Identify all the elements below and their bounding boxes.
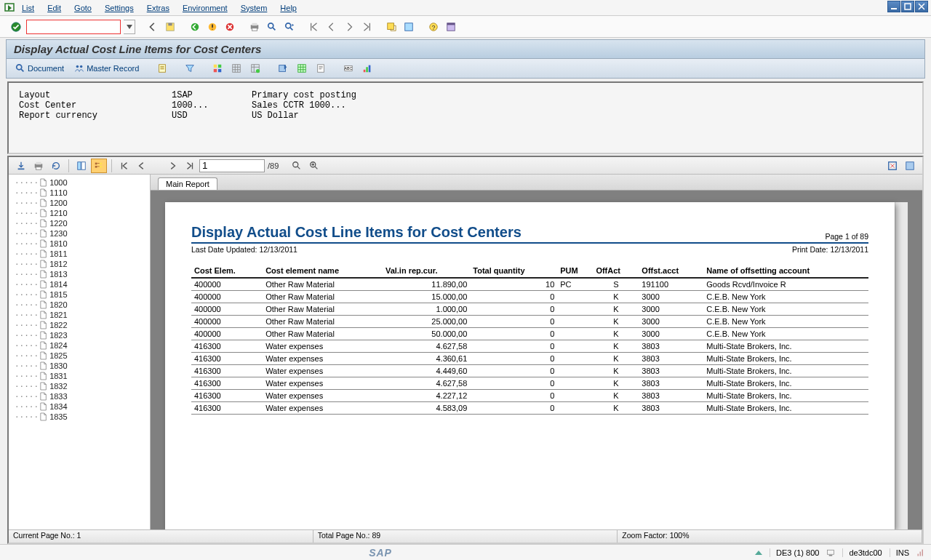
tree-item-1825[interactable]: ·····1825 <box>10 351 148 361</box>
tree-item-1835[interactable]: ·····1835 <box>10 412 148 422</box>
close-button[interactable] <box>915 1 928 12</box>
back-icon[interactable] <box>145 20 160 34</box>
spreadsheet-icon[interactable] <box>295 61 309 76</box>
tree-item-1220[interactable]: ·····1220 <box>10 218 148 228</box>
tree-item-1822[interactable]: ·····1822 <box>10 320 148 330</box>
refresh-report-icon[interactable] <box>48 159 64 173</box>
find-next-icon[interactable] <box>282 20 297 34</box>
prev-page-icon[interactable] <box>324 20 339 34</box>
group-tree[interactable]: ·····1000·····1110·····1200·····1210····… <box>9 175 151 529</box>
minimize-button[interactable] <box>887 1 900 12</box>
wordproc-icon[interactable] <box>313 61 328 76</box>
tree-item-1210[interactable]: ·····1210 <box>10 208 148 218</box>
tree-item-1823[interactable]: ·····1823 <box>10 330 148 340</box>
table-row[interactable]: 400000Other Raw Material50.000,000K3000C… <box>191 328 868 340</box>
choose-layout-icon[interactable] <box>210 61 225 76</box>
save-layout-icon[interactable] <box>248 61 263 76</box>
toggle-tree-icon[interactable] <box>73 159 89 173</box>
page-number-input[interactable] <box>199 159 265 172</box>
menu-extras[interactable]: Extras <box>147 4 169 12</box>
tree-item-1824[interactable]: ·····1824 <box>10 340 148 351</box>
nav-prev-icon[interactable] <box>134 159 150 173</box>
save-icon[interactable] <box>163 20 177 34</box>
table-row[interactable]: 416300Water expenses4.583,090K3803Multi-… <box>191 402 868 415</box>
print-icon[interactable] <box>247 20 262 34</box>
table-row[interactable]: 416300Water expenses4.627,580K3803Multi-… <box>191 340 868 353</box>
tree-item-1830[interactable]: ·····1830 <box>10 361 148 371</box>
tree-item-1814[interactable]: ·····1814 <box>10 279 148 289</box>
filter-icon[interactable] <box>183 61 197 76</box>
svg-rect-45 <box>95 162 97 164</box>
new-session-icon[interactable] <box>384 20 399 34</box>
tree-item-1813[interactable]: ·····1813 <box>10 269 148 279</box>
table-row[interactable]: 400000Other Raw Material1.000,000K3000C.… <box>191 303 868 316</box>
tree-item-1815[interactable]: ·····1815 <box>10 289 148 300</box>
tree-item-1833[interactable]: ·····1833 <box>10 391 148 401</box>
table-row[interactable]: 416300Water expenses4.449,600K3803Multi-… <box>191 365 868 377</box>
menu-list[interactable]: List <box>22 4 34 12</box>
nav-first-icon[interactable] <box>116 159 132 173</box>
table-row[interactable]: 416300Water expenses4.227,120K3803Multi-… <box>191 390 868 402</box>
change-layout-icon[interactable] <box>229 61 244 76</box>
standard-toolbar: ? <box>0 16 931 38</box>
display-doc-icon[interactable] <box>155 61 169 76</box>
command-dropdown[interactable] <box>124 20 135 34</box>
next-page-icon[interactable] <box>342 20 356 34</box>
main-report-tab[interactable]: Main Report <box>158 177 217 190</box>
tree-item-1831[interactable]: ·····1831 <box>10 371 148 381</box>
tree-item-1820[interactable]: ·····1820 <box>10 300 148 310</box>
tree-item-1200[interactable]: ·····1200 <box>10 198 148 208</box>
tree-item-1230[interactable]: ·····1230 <box>10 228 148 239</box>
vertical-scrollbar[interactable] <box>895 202 908 529</box>
sap-menu-icon[interactable] <box>4 2 16 14</box>
menu-help[interactable]: Help <box>280 4 297 12</box>
nav-last-icon[interactable] <box>182 159 198 173</box>
tree-item-1812[interactable]: ·····1812 <box>10 259 148 269</box>
abc-icon[interactable]: ABC <box>341 61 356 76</box>
menu-goto[interactable]: Goto <box>74 4 92 12</box>
maximize-button[interactable] <box>901 1 914 12</box>
selection-info-panel: Layout1SAPPrimary cost postingCost Cente… <box>7 81 924 154</box>
table-row[interactable]: 416300Water expenses4.627,580K3803Multi-… <box>191 377 868 390</box>
command-field[interactable] <box>26 20 121 34</box>
cancel-icon[interactable] <box>223 20 237 34</box>
tree-item-1810[interactable]: ·····1810 <box>10 239 148 249</box>
table-row[interactable]: 400000Other Raw Material11.890,0010PCS19… <box>191 278 868 291</box>
menu-edit[interactable]: Edit <box>47 4 61 12</box>
export-report-icon[interactable] <box>13 159 29 173</box>
document-button[interactable]: Document <box>12 63 67 74</box>
table-row[interactable]: 416300Water expenses4.360,610K3803Multi-… <box>191 353 868 365</box>
close-viewer-icon[interactable] <box>902 159 918 173</box>
menu-settings[interactable]: Settings <box>105 4 134 12</box>
enter-icon[interactable] <box>9 20 23 34</box>
toggle-group-tree-icon[interactable] <box>91 159 107 173</box>
find-icon[interactable] <box>265 20 279 34</box>
tree-item-1000[interactable]: ·····1000 <box>10 177 148 188</box>
tree-item-1821[interactable]: ·····1821 <box>10 310 148 320</box>
master-record-button[interactable]: Master Record <box>71 63 142 74</box>
tree-item-1811[interactable]: ·····1811 <box>10 249 148 259</box>
first-page-icon[interactable] <box>307 20 321 34</box>
tree-item-1832[interactable]: ·····1832 <box>10 381 148 391</box>
tree-item-1834[interactable]: ·····1834 <box>10 401 148 412</box>
graphic-icon[interactable] <box>360 61 375 76</box>
exit-icon[interactable] <box>205 20 220 34</box>
help-icon[interactable]: ? <box>426 20 441 34</box>
search-report-icon[interactable] <box>289 159 305 173</box>
zoom-icon[interactable] <box>306 159 322 173</box>
menu-environment[interactable]: Environment <box>183 4 228 12</box>
export-icon[interactable] <box>276 61 290 76</box>
table-row[interactable]: 400000Other Raw Material25.000,000K3000C… <box>191 316 868 328</box>
back-green-icon[interactable] <box>188 20 202 34</box>
menu-system[interactable]: System <box>241 4 268 12</box>
tree-item-1110[interactable]: ·····1110 <box>10 188 148 198</box>
print-report-icon[interactable] <box>31 159 47 173</box>
table-row[interactable]: 400000Other Raw Material15.000,000K3000C… <box>191 291 868 303</box>
nav-next-icon[interactable] <box>164 159 180 173</box>
last-page-icon[interactable] <box>359 20 374 34</box>
shortcut-icon[interactable] <box>401 20 416 34</box>
svg-rect-44 <box>81 161 85 169</box>
layout-icon[interactable] <box>444 20 458 34</box>
status-triangle-icon[interactable] <box>755 551 762 555</box>
maximize-viewer-icon[interactable] <box>884 159 900 173</box>
